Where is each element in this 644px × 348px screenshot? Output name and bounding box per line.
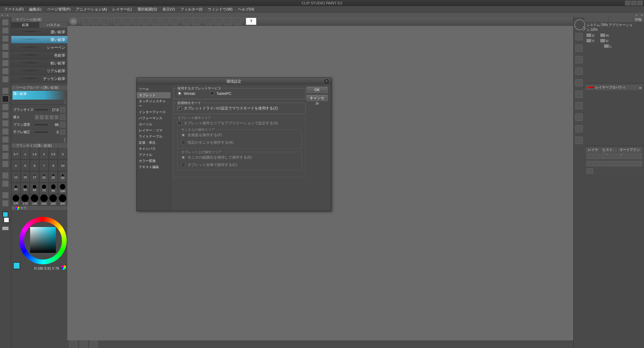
layer-btn[interactable] [594,153,600,159]
eraser-tool-icon[interactable] [2,128,8,135]
brushsize-cell[interactable]: 120 [11,194,21,206]
dialog-category-item[interactable]: ファイル [137,152,171,158]
subtool-item[interactable]: 薄い鉛筆 [11,36,67,44]
transparent-swatch[interactable] [2,227,8,230]
new-icon[interactable] [82,18,90,25]
text-tool-icon[interactable] [2,153,8,159]
sv-box[interactable] [30,227,56,253]
dialog-titlebar[interactable]: 環境設定 × [137,78,331,85]
subtool-item[interactable]: 濃い鉛筆 [11,28,67,36]
pen-tool-icon[interactable] [2,88,8,94]
invert-icon[interactable] [151,18,159,25]
dialog-category-item[interactable]: インターフェース [137,109,171,115]
deco-tool-icon[interactable] [2,120,8,126]
layermove-tool-icon[interactable] [2,52,8,58]
brushsize-cell[interactable]: 5 [21,160,30,171]
csp-logo-icon[interactable] [69,18,77,25]
wand-tool-icon[interactable] [2,68,8,74]
airbrush-tool-icon[interactable] [2,112,8,118]
dock-icon[interactable] [575,125,583,132]
dialog-category-item[interactable]: ライトテーブル [137,134,171,140]
dock-icon[interactable] [575,67,583,75]
redo-icon[interactable] [123,18,131,25]
brushsize-slider[interactable] [35,109,48,110]
brushsize-cell[interactable]: 60 [30,183,39,194]
menu-edit[interactable]: 編集(E) [26,7,44,12]
subtool-item[interactable]: 粗い鉛筆 [11,59,67,67]
layer-btn[interactable] [586,161,593,166]
fg-color-swatch[interactable] [3,212,8,217]
dialog-category-item[interactable]: カラー変換 [137,158,171,164]
dialog-category-item[interactable]: 定規・単位 [137,140,171,146]
cancel-button[interactable]: キャンセル [307,95,328,101]
pencil-tool-icon[interactable] [2,96,8,102]
delete-icon[interactable] [132,18,140,25]
dialog-category-item[interactable]: パフォーマンス [137,115,171,121]
dock-icon[interactable] [575,56,583,63]
menu-page[interactable]: ページ管理(P) [44,7,73,12]
layer-btn[interactable] [622,161,628,166]
fill-tool-icon[interactable] [2,145,8,151]
density-slider[interactable] [35,124,48,125]
brushsize-cell[interactable]: 190 [30,194,39,206]
camera-icon[interactable] [90,341,98,348]
snap-icon[interactable] [205,18,213,25]
brushsize-cell[interactable]: 20 [39,171,49,183]
dialog-category-item[interactable]: カーソル [137,121,171,127]
brushsize-cell[interactable]: 200 [39,194,49,206]
radio-wintab[interactable]: Wintab [177,91,195,96]
rotate-icon[interactable] [192,18,200,25]
layer-btn[interactable] [601,161,607,166]
save-icon[interactable] [101,18,109,25]
crop-icon[interactable] [161,18,169,25]
hand-tool-icon[interactable] [2,27,8,34]
brushsize-cell[interactable]: 2 [39,148,49,160]
brushsize-cell[interactable]: 7 [39,160,49,171]
minimize-icon[interactable] [625,1,630,5]
layer-btn[interactable] [586,168,593,174]
link-icon[interactable] [60,122,65,127]
bg-color-swatch[interactable] [4,217,9,223]
dock-icon[interactable] [575,33,583,40]
collapse-left-icon[interactable]: « [1,13,3,17]
hardness-buttons[interactable] [35,115,59,120]
help-icon[interactable]: ? [246,18,257,25]
brushsize-cell[interactable]: 1.5 [30,148,39,160]
page-icon[interactable] [80,341,88,348]
layer-btn[interactable] [586,153,593,159]
tab-pastel[interactable]: パステル [39,22,67,28]
dock-icon[interactable] [575,90,583,98]
layer-btn[interactable] [607,153,614,159]
menu-view[interactable]: 表示(V) [160,7,178,12]
subtool-item[interactable]: デッサン鉛筆 [11,75,67,83]
move-tool-icon[interactable] [2,36,8,42]
timeline-icon[interactable] [69,341,77,348]
dock-icon[interactable] [575,114,583,121]
brush-tool-icon[interactable] [2,104,8,110]
dock-icon[interactable] [575,44,583,52]
collapse-right2-icon[interactable]: » [641,13,643,17]
layer-btn[interactable] [601,153,607,159]
layer-btn[interactable] [629,161,635,166]
undo-icon[interactable] [113,18,121,25]
balloon-tool-icon[interactable] [2,161,8,167]
stabilize-slider[interactable] [35,131,48,133]
subtool-item[interactable]: 色鉛筆 [11,52,67,59]
menu-anim[interactable]: アニメーション(A) [73,7,110,12]
grid-icon[interactable] [224,18,232,25]
marquee-tool-icon[interactable] [2,60,8,66]
transform-icon[interactable] [170,18,178,25]
maximize-icon[interactable] [631,1,637,5]
deselect-icon[interactable] [142,18,150,25]
brushsize-cell[interactable]: 300 [58,194,67,206]
brushsize-cell[interactable]: 12 [11,171,21,183]
link-icon[interactable] [60,107,65,112]
brushsize-cell[interactable]: 70 [39,183,49,194]
brushsize-cell[interactable]: 80 [49,183,58,194]
brushsize-cell[interactable]: 100 [58,183,67,194]
brushsize-cell[interactable]: 170 [21,194,30,206]
brushsize-cell[interactable]: 3 [58,148,67,160]
layerprop-header[interactable]: レイヤープロパティ ▸ [586,85,643,90]
brushsize-cell[interactable]: 4 [11,160,21,171]
menu-window[interactable]: ウィンドウ(W) [205,7,235,12]
